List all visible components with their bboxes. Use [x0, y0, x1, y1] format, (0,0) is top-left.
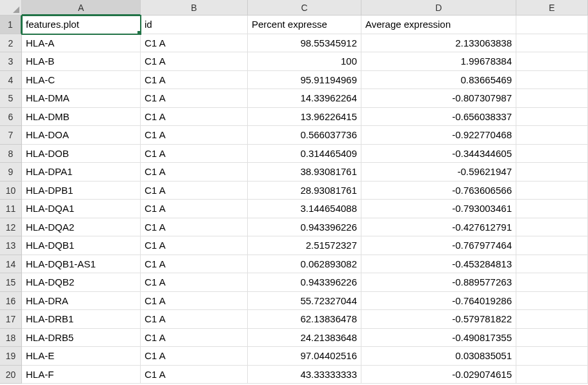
row-header-17[interactable]: 17	[0, 310, 22, 329]
cell-A18[interactable]: HLA-DRB5	[22, 329, 141, 348]
cell-C8[interactable]: 0.314465409	[248, 145, 361, 163]
cell-E17[interactable]	[516, 310, 588, 329]
cell-D1[interactable]: Average expression	[361, 16, 516, 34]
cell-A14[interactable]: HLA-DQB1-AS1	[22, 255, 141, 274]
cell-B6[interactable]: C1 A	[141, 108, 248, 127]
cell-A13[interactable]: HLA-DQB1	[22, 236, 141, 255]
cell-E10[interactable]	[516, 182, 588, 200]
col-header-E[interactable]: E	[516, 0, 588, 16]
row-header-18[interactable]: 18	[0, 329, 22, 348]
cell-A1[interactable]: features.plot	[22, 16, 141, 34]
cell-D6[interactable]: -0.656038337	[361, 108, 516, 127]
cell-E11[interactable]	[516, 200, 588, 218]
cell-C5[interactable]: 14.33962264	[248, 89, 361, 108]
cell-E18[interactable]	[516, 329, 588, 348]
cell-B10[interactable]: C1 A	[141, 182, 248, 200]
cell-C1[interactable]: Percent expresse	[248, 16, 361, 34]
cell-B7[interactable]: C1 A	[141, 126, 248, 145]
cell-A4[interactable]: HLA-C	[22, 71, 141, 90]
cell-A15[interactable]: HLA-DQB2	[22, 273, 141, 292]
cell-E14[interactable]	[516, 255, 588, 274]
cell-E13[interactable]	[516, 236, 588, 255]
cell-E4[interactable]	[516, 71, 588, 90]
cell-B18[interactable]: C1 A	[141, 329, 248, 348]
cell-D3[interactable]: 1.99678384	[361, 52, 516, 71]
cell-A6[interactable]: HLA-DMB	[22, 108, 141, 127]
cell-E5[interactable]	[516, 89, 588, 108]
cell-D5[interactable]: -0.807307987	[361, 89, 516, 108]
row-header-10[interactable]: 10	[0, 182, 22, 200]
row-header-9[interactable]: 9	[0, 163, 22, 182]
cell-A17[interactable]: HLA-DRB1	[22, 310, 141, 329]
cell-B11[interactable]: C1 A	[141, 200, 248, 218]
cell-E15[interactable]	[516, 273, 588, 292]
cell-B3[interactable]: C1 A	[141, 52, 248, 71]
cell-E16[interactable]	[516, 292, 588, 311]
cell-E8[interactable]	[516, 145, 588, 163]
cell-A5[interactable]: HLA-DMA	[22, 89, 141, 108]
cell-A12[interactable]: HLA-DQA2	[22, 218, 141, 237]
cell-D19[interactable]: 0.030835051	[361, 347, 516, 366]
row-header-13[interactable]: 13	[0, 236, 22, 255]
cell-B15[interactable]: C1 A	[141, 273, 248, 292]
col-header-A[interactable]: A	[22, 0, 141, 16]
cell-B17[interactable]: C1 A	[141, 310, 248, 329]
cell-B16[interactable]: C1 A	[141, 292, 248, 311]
row-header-14[interactable]: 14	[0, 255, 22, 274]
cell-C3[interactable]: 100	[248, 52, 361, 71]
cell-E2[interactable]	[516, 34, 588, 53]
cell-C19[interactable]: 97.04402516	[248, 347, 361, 366]
row-header-16[interactable]: 16	[0, 292, 22, 311]
cell-C16[interactable]: 55.72327044	[248, 292, 361, 311]
cell-A10[interactable]: HLA-DPB1	[22, 182, 141, 200]
cell-B19[interactable]: C1 A	[141, 347, 248, 366]
cell-E3[interactable]	[516, 52, 588, 71]
col-header-B[interactable]: B	[141, 0, 248, 16]
cell-C10[interactable]: 28.93081761	[248, 182, 361, 200]
cell-D13[interactable]: -0.767977464	[361, 236, 516, 255]
row-header-7[interactable]: 7	[0, 126, 22, 145]
cell-D7[interactable]: -0.922770468	[361, 126, 516, 145]
cell-A9[interactable]: HLA-DPA1	[22, 163, 141, 182]
cell-D10[interactable]: -0.763606566	[361, 182, 516, 200]
row-header-11[interactable]: 11	[0, 200, 22, 218]
cell-E9[interactable]	[516, 163, 588, 182]
cell-C11[interactable]: 3.144654088	[248, 200, 361, 218]
cell-A16[interactable]: HLA-DRA	[22, 292, 141, 311]
cell-C7[interactable]: 0.566037736	[248, 126, 361, 145]
cell-C13[interactable]: 2.51572327	[248, 236, 361, 255]
cell-C12[interactable]: 0.943396226	[248, 218, 361, 237]
col-header-D[interactable]: D	[361, 0, 516, 16]
cell-E20[interactable]	[516, 366, 588, 384]
row-header-6[interactable]: 6	[0, 108, 22, 127]
cell-D12[interactable]: -0.427612791	[361, 218, 516, 237]
row-header-5[interactable]: 5	[0, 89, 22, 108]
cell-D9[interactable]: -0.59621947	[361, 163, 516, 182]
cell-B1[interactable]: id	[141, 16, 248, 34]
cell-C18[interactable]: 24.21383648	[248, 329, 361, 348]
cell-C17[interactable]: 62.13836478	[248, 310, 361, 329]
cell-D14[interactable]: -0.453284813	[361, 255, 516, 274]
cell-B12[interactable]: C1 A	[141, 218, 248, 237]
select-all-corner[interactable]	[0, 0, 22, 16]
cell-A19[interactable]: HLA-E	[22, 347, 141, 366]
cell-D15[interactable]: -0.889577263	[361, 273, 516, 292]
cell-C2[interactable]: 98.55345912	[248, 34, 361, 53]
cell-A20[interactable]: HLA-F	[22, 366, 141, 384]
row-header-20[interactable]: 20	[0, 366, 22, 384]
cell-E1[interactable]	[516, 16, 588, 34]
cell-D18[interactable]: -0.490817355	[361, 329, 516, 348]
col-header-C[interactable]: C	[248, 0, 361, 16]
cell-A7[interactable]: HLA-DOA	[22, 126, 141, 145]
cell-D20[interactable]: -0.029074615	[361, 366, 516, 384]
cell-B5[interactable]: C1 A	[141, 89, 248, 108]
cell-E12[interactable]	[516, 218, 588, 237]
cell-D8[interactable]: -0.344344605	[361, 145, 516, 163]
cell-B13[interactable]: C1 A	[141, 236, 248, 255]
cell-C14[interactable]: 0.062893082	[248, 255, 361, 274]
row-header-4[interactable]: 4	[0, 71, 22, 90]
cell-E6[interactable]	[516, 108, 588, 127]
row-header-15[interactable]: 15	[0, 273, 22, 292]
cell-B4[interactable]: C1 A	[141, 71, 248, 90]
cell-B20[interactable]: C1 A	[141, 366, 248, 384]
